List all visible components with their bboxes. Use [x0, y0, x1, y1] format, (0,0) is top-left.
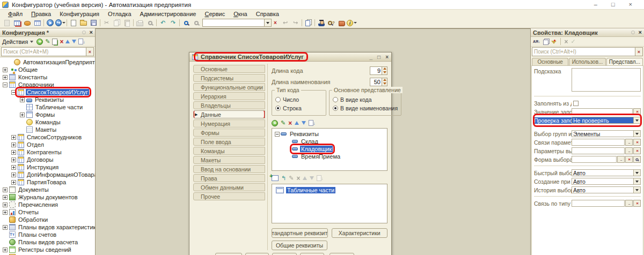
cut-icon[interactable]: ✂: [101, 18, 112, 27]
open-item-icon[interactable]: [52, 39, 57, 45]
tab-usage[interactable]: Использов...: [569, 58, 605, 65]
tree-item-root[interactable]: АвтоматизацияПредприятия: [0, 58, 95, 66]
help-search-icon[interactable]: ?: [326, 18, 336, 27]
update-db-config-icon[interactable]: [2, 18, 12, 27]
tab-obmen-dannymi[interactable]: Обмен данными: [193, 183, 265, 191]
dropdown-icon[interactable]: [633, 170, 640, 176]
expand-icon[interactable]: [3, 210, 8, 215]
fill-from-checkbox[interactable]: [573, 101, 579, 106]
expand-icon[interactable]: [11, 150, 16, 155]
quick-choice-select[interactable]: Авто: [572, 169, 641, 176]
dialog-bottom-button[interactable]: [245, 253, 269, 255]
expand-icon[interactable]: [3, 68, 8, 72]
characteristics-button[interactable]: Характеристики: [332, 228, 388, 238]
dropdown-icon[interactable]: [633, 178, 640, 184]
tab-komandy[interactable]: Команды: [193, 147, 265, 155]
tree-item-forms[interactable]: Формы: [0, 111, 95, 118]
print-icon[interactable]: [135, 18, 145, 27]
tree-item-layouts[interactable]: Макеты: [0, 126, 95, 133]
menu-file[interactable]: Файл: [4, 10, 26, 18]
pin-icon[interactable]: [631, 31, 635, 34]
sort-icon[interactable]: [78, 39, 83, 44]
attribute-sklad[interactable]: Склад: [272, 138, 387, 145]
tree-item-otdel[interactable]: Отдел: [0, 141, 95, 148]
promote-icon[interactable]: ↰: [281, 175, 286, 181]
param-links-input[interactable]: [572, 139, 625, 146]
menu-service[interactable]: Сервис: [201, 10, 229, 18]
dialog-minimize-button[interactable]: _: [370, 54, 373, 60]
fill-value-input[interactable]: [572, 108, 633, 115]
spin-down-icon[interactable]: [382, 71, 387, 74]
move-up-icon[interactable]: [295, 121, 299, 125]
name-length-spinner[interactable]: 50: [370, 78, 387, 86]
move-down-icon[interactable]: [302, 121, 306, 125]
menu-debug[interactable]: Отладка: [104, 10, 135, 18]
edit-attribute-icon[interactable]: ✎: [281, 120, 286, 126]
zoom-icon[interactable]: [191, 18, 201, 27]
quick-search-input[interactable]: [202, 19, 265, 27]
new-file-icon[interactable]: [68, 18, 78, 27]
info-icon[interactable]: i: [347, 18, 357, 27]
debug-start-icon[interactable]: [45, 18, 55, 27]
tree-item-charts-accounts[interactable]: Планы счетов: [0, 231, 95, 238]
maximize-button[interactable]: □: [611, 2, 615, 8]
code-length-spinner[interactable]: 9: [370, 66, 387, 75]
help-book-icon[interactable]: [336, 18, 347, 27]
common-attributes-button[interactable]: Общие реквизиты: [272, 241, 327, 250]
add-icon[interactable]: [36, 39, 43, 45]
tab-main[interactable]: Основные: [532, 58, 568, 65]
redo-icon[interactable]: ↷: [168, 18, 178, 27]
sort-alpha-icon[interactable]: АЯ↓: [533, 40, 540, 43]
type-link-input[interactable]: [572, 200, 625, 207]
save-config-icon[interactable]: [12, 18, 22, 27]
tree-item-documents[interactable]: Документы: [0, 186, 95, 193]
expand-icon[interactable]: [11, 135, 16, 140]
move-down-icon[interactable]: [72, 40, 76, 43]
attribute-kladovschik[interactable]: Кладовщик: [272, 145, 387, 153]
spin-up-icon[interactable]: [382, 67, 387, 71]
tree-item-charts-calc[interactable]: Планы видов расчета: [0, 238, 95, 246]
print-preview-icon[interactable]: [145, 18, 155, 27]
clear-search-icon[interactable]: ×: [635, 47, 643, 56]
combo-clear-icon[interactable]: ×: [272, 20, 279, 26]
save-file-icon[interactable]: [89, 18, 99, 27]
tree-item-tabular-parts[interactable]: Табличные части: [0, 103, 95, 111]
clear-icon[interactable]: ×: [633, 139, 641, 146]
windows-list-icon[interactable]: [303, 18, 313, 27]
tree-item-dogovory[interactable]: Договоры: [0, 156, 95, 163]
delete-attribute-icon[interactable]: ×: [288, 120, 292, 126]
menu-edit[interactable]: Правка: [27, 10, 55, 18]
tree-item-common[interactable]: Общие: [0, 66, 95, 73]
tree-item-catalogs[interactable]: Справочники: [0, 81, 95, 88]
tab-vvod-na-osnovanii[interactable]: Ввод на основании: [193, 165, 265, 173]
choose-icon[interactable]: ...: [625, 139, 633, 146]
clear-icon[interactable]: ×: [633, 200, 641, 207]
dialog-titlebar[interactable]: Справочник СписокТоваровИУслуг _ □ ×: [189, 52, 391, 62]
minimize-button[interactable]: –: [594, 2, 597, 8]
tab-numeraciya[interactable]: Нумерация: [193, 119, 265, 128]
open-file-icon[interactable]: [78, 18, 89, 27]
expand-icon[interactable]: [3, 225, 8, 230]
tree-item-spisok-tovarov[interactable]: СписокТоваровИУслуг: [0, 88, 95, 96]
tab-prochee[interactable]: Прочее: [193, 192, 265, 200]
expand-icon[interactable]: [3, 188, 8, 192]
spin-up-icon[interactable]: [382, 78, 387, 82]
choice-form-input[interactable]: [572, 156, 617, 163]
spin-down-icon[interactable]: [382, 82, 387, 86]
choose-icon[interactable]: ...: [625, 147, 633, 154]
choose-icon[interactable]: ...: [625, 200, 633, 207]
tree-item-dopinfo[interactable]: ДопИнформацияОТоварах: [0, 171, 95, 178]
expand-icon[interactable]: [3, 202, 8, 207]
dialog-bottom-button[interactable]: [215, 253, 242, 255]
open-form-icon[interactable]: [633, 156, 641, 163]
tree-item-reports[interactable]: Отчеты: [0, 208, 95, 216]
forward-icon[interactable]: ↪: [290, 18, 301, 27]
standard-attributes-button[interactable]: Стандартные реквизиты: [272, 228, 328, 238]
dropdown-icon[interactable]: [633, 117, 640, 123]
choose-icon[interactable]: ...: [617, 156, 625, 163]
tree-item-enums[interactable]: Перечисления: [0, 201, 95, 208]
collapse-icon[interactable]: [3, 82, 8, 87]
clear-icon[interactable]: ×: [625, 156, 633, 163]
clear-icon[interactable]: ×: [633, 108, 641, 115]
expand-icon[interactable]: [3, 75, 8, 80]
